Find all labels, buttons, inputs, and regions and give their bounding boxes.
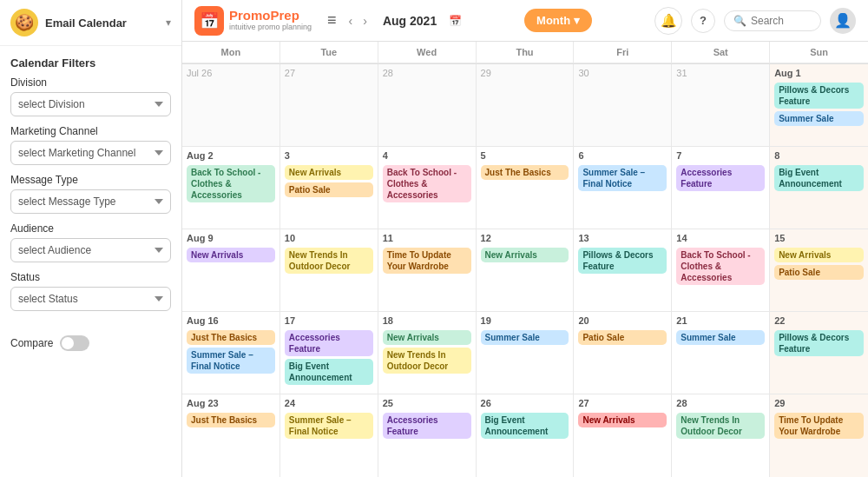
logo-icon: 📅 xyxy=(194,6,224,36)
calendar-cell: 8Big Event Announcement xyxy=(770,147,868,229)
day-number: 19 xyxy=(481,315,569,326)
calendar-event[interactable]: Pillows & Decors Feature xyxy=(774,83,864,109)
calendar-event[interactable]: Back To School - Clothes & Accessories xyxy=(383,165,471,202)
audience-select[interactable]: select Audience xyxy=(10,238,171,262)
calendar-event[interactable]: New Arrivals xyxy=(383,330,471,345)
calendar-event[interactable]: Patio Sale xyxy=(774,265,864,280)
chevron-down-icon: ▾ xyxy=(574,14,580,27)
calendar-event[interactable]: Big Event Announcement xyxy=(481,413,569,439)
calendar-event[interactable]: Pillows & Decors Feature xyxy=(578,248,667,274)
day-number: 6 xyxy=(578,150,667,161)
calendar-event[interactable]: Big Event Announcement xyxy=(774,165,864,191)
calendar-event[interactable]: Accessories Feature xyxy=(676,165,765,191)
day-number: 10 xyxy=(285,233,373,243)
day-number: 4 xyxy=(383,150,471,161)
calendar-week-2: Aug 9New Arrivals10New Trends In Outdoor… xyxy=(182,229,868,312)
logo-text: PromoPrep intuitive promo planning xyxy=(229,9,312,31)
calendar-event[interactable]: Pillows & Decors Feature xyxy=(774,330,864,356)
calendar-cell: 17Accessories FeatureBig Event Announcem… xyxy=(280,312,378,394)
calendar-event[interactable]: Time To Update Your Wardrobe xyxy=(383,248,471,274)
day-number: 24 xyxy=(285,398,373,408)
message-select[interactable]: select Message Type xyxy=(10,189,171,214)
calendar-event[interactable]: Accessories Feature xyxy=(383,413,471,439)
calendar-cell: 28 xyxy=(378,64,477,146)
calendar-event[interactable]: New Arrivals xyxy=(481,248,569,262)
calendar-cell: 5Just The Basics xyxy=(477,147,575,229)
calendar-event[interactable]: Patio Sale xyxy=(578,330,667,345)
calendar-event[interactable]: Just The Basics xyxy=(187,330,275,345)
next-arrow-icon[interactable]: › xyxy=(359,12,371,30)
calendar-event[interactable]: Just The Basics xyxy=(481,165,569,180)
calendar-event[interactable]: Back To School - Clothes & Accessories xyxy=(187,165,275,202)
calendar-icon[interactable]: 📅 xyxy=(449,15,462,27)
calendar-event[interactable]: Summer Sale xyxy=(481,330,569,345)
calendar-event[interactable]: New Arrivals xyxy=(774,248,864,262)
calendar-event[interactable]: New Arrivals xyxy=(187,248,275,262)
prev-arrow-icon[interactable]: ‹ xyxy=(345,12,357,30)
calendar-cell: Aug 16Just The BasicsSummer Sale – Final… xyxy=(182,312,280,394)
status-select[interactable]: select Status xyxy=(10,287,171,311)
calendar-area: MonTueWedThuFriSatSun Jul 262728293031Au… xyxy=(182,42,868,477)
calendar-event[interactable]: New Trends In Outdoor Decor xyxy=(285,248,373,274)
bell-button[interactable]: 🔔 xyxy=(654,7,682,35)
day-number: 28 xyxy=(383,68,471,78)
bell-icon: 🔔 xyxy=(661,13,677,29)
day-header-fri: Fri xyxy=(574,42,672,63)
search-input[interactable] xyxy=(751,15,812,27)
audience-label: Audience xyxy=(10,222,171,235)
status-label: Status xyxy=(10,271,171,283)
compare-toggle[interactable] xyxy=(60,335,89,351)
current-date: Aug 2021 xyxy=(383,14,437,28)
menu-icon[interactable]: ≡ xyxy=(327,11,337,30)
calendar-cell: Aug 1Pillows & Decors FeatureSummer Sale xyxy=(770,64,868,146)
message-label: Message Type xyxy=(10,174,171,186)
calendar-event[interactable]: Time To Update Your Wardrobe xyxy=(774,413,864,439)
search-icon: 🔍 xyxy=(733,15,746,27)
calendar-event[interactable]: Summer Sale xyxy=(676,330,765,345)
calendar-event[interactable]: Accessories Feature xyxy=(285,330,373,356)
calendar-week-3: Aug 16Just The BasicsSummer Sale – Final… xyxy=(182,312,868,394)
month-button[interactable]: Month ▾ xyxy=(524,9,592,32)
calendar-event[interactable]: Just The Basics xyxy=(187,413,275,427)
calendar-cell: Aug 23Just The Basics xyxy=(182,394,280,477)
marketing-label: Marketing Channel xyxy=(10,125,171,137)
calendar-event[interactable]: Summer Sale – Final Notice xyxy=(285,413,373,439)
day-header-wed: Wed xyxy=(378,42,477,63)
calendar-body: Jul 262728293031Aug 1Pillows & Decors Fe… xyxy=(182,64,868,477)
calendar-event[interactable]: New Arrivals xyxy=(285,165,373,180)
calendar-cell: 30 xyxy=(574,64,672,146)
help-button[interactable]: ? xyxy=(691,9,715,33)
day-number: 29 xyxy=(774,398,864,408)
division-filter: Division select Division xyxy=(10,76,171,116)
marketing-select[interactable]: select Marketing Channel xyxy=(10,141,171,165)
division-label: Division xyxy=(10,76,171,89)
day-number: Aug 2 xyxy=(187,150,275,161)
day-header-thu: Thu xyxy=(477,42,575,63)
calendar-event[interactable]: Summer Sale – Final Notice xyxy=(187,348,275,374)
day-header-tue: Tue xyxy=(280,42,378,63)
calendar-event[interactable]: New Trends In Outdoor Decor xyxy=(383,348,471,374)
calendar-event[interactable]: Back To School - Clothes & Accessories xyxy=(676,248,765,285)
day-number: 3 xyxy=(285,150,373,161)
day-number: 27 xyxy=(578,398,667,408)
day-number: 25 xyxy=(383,398,471,408)
calendar-event[interactable]: Summer Sale – Final Notice xyxy=(578,165,667,191)
day-number: Aug 9 xyxy=(187,233,275,243)
calendar-event[interactable]: New Trends In Outdoor Decor xyxy=(676,413,765,439)
sidebar-header: 🍪 Email Calendar ▾ xyxy=(0,0,181,46)
chevron-down-icon[interactable]: ▾ xyxy=(166,17,171,29)
toggle-knob xyxy=(62,337,74,349)
calendar-event[interactable]: Patio Sale xyxy=(285,182,373,197)
logo-area: 📅 PromoPrep intuitive promo planning xyxy=(194,6,312,36)
calendar-event[interactable]: New Arrivals xyxy=(578,413,667,427)
calendar-event[interactable]: Summer Sale xyxy=(774,111,864,126)
day-number: 7 xyxy=(676,150,765,161)
topbar: 📅 PromoPrep intuitive promo planning ≡ ‹… xyxy=(182,0,868,42)
day-number: 12 xyxy=(481,233,569,243)
calendar-cell: 19Summer Sale xyxy=(477,312,575,394)
user-avatar[interactable]: 👤 xyxy=(830,8,856,34)
day-number: 13 xyxy=(578,233,667,243)
division-select[interactable]: select Division xyxy=(10,92,171,116)
calendar-cell: 6Summer Sale – Final Notice xyxy=(574,147,672,229)
calendar-event[interactable]: Big Event Announcement xyxy=(285,359,373,385)
